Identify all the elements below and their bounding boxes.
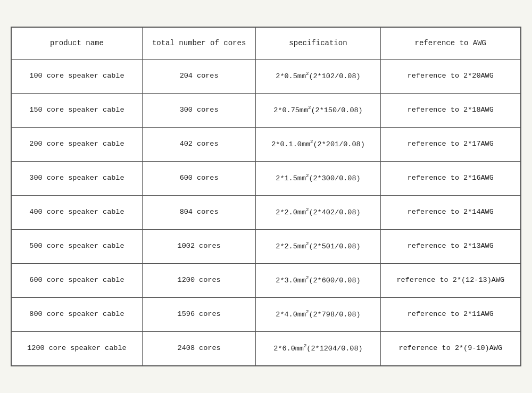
cell-specification: 2*2.5mm2(2*501/0.08) xyxy=(256,229,380,263)
table-row: 400 core speaker cable 804 cores 2*2.0mm… xyxy=(12,195,521,229)
header-specification: specification xyxy=(256,28,380,59)
table-row: 100 core speaker cable 204 cores 2*0.5mm… xyxy=(12,59,521,93)
table-row: 500 core speaker cable 1002 cores 2*2.5m… xyxy=(12,229,521,263)
table-row: 200 core speaker cable 402 cores 2*0.1.0… xyxy=(12,127,521,161)
table-row: 150 core speaker cable 300 cores 2*0.75m… xyxy=(12,93,521,127)
cell-awg: reference to 2*17AWG xyxy=(380,127,520,161)
speaker-cable-table: product name total number of cores speci… xyxy=(11,27,521,365)
cell-product-name: 150 core speaker cable xyxy=(12,93,143,127)
cell-specification: 2*4.0mm2(2*798/0.08) xyxy=(256,297,380,331)
cell-specification: 2*1.5mm2(2*300/0.08) xyxy=(256,161,380,195)
cell-total-cores: 804 cores xyxy=(142,195,256,229)
cell-specification: 2*0.5mm2(2*102/0.08) xyxy=(256,59,380,93)
table-row: 1200 core speaker cable 2408 cores 2*6.0… xyxy=(12,331,521,365)
cell-total-cores: 402 cores xyxy=(142,127,256,161)
cell-product-name: 600 core speaker cable xyxy=(12,263,143,297)
cell-awg: reference to 2*(9-10)AWG xyxy=(380,331,520,365)
cell-specification: 2*0.75mm2(2*150/0.08) xyxy=(256,93,380,127)
cell-specification: 2*3.0mm2(2*600/0.08) xyxy=(256,263,380,297)
main-table-container: product name total number of cores speci… xyxy=(11,27,521,366)
cell-awg: reference to 2*11AWG xyxy=(380,297,520,331)
cell-specification: 2*2.0mm2(2*402/0.08) xyxy=(256,195,380,229)
table-body: 100 core speaker cable 204 cores 2*0.5mm… xyxy=(12,59,521,365)
cell-product-name: 400 core speaker cable xyxy=(12,195,143,229)
cell-product-name: 1200 core speaker cable xyxy=(12,331,143,365)
cell-product-name: 100 core speaker cable xyxy=(12,59,143,93)
cell-product-name: 200 core speaker cable xyxy=(12,127,143,161)
cell-total-cores: 1002 cores xyxy=(142,229,256,263)
cell-specification: 2*6.0mm2(2*1204/0.08) xyxy=(256,331,380,365)
cell-awg: reference to 2*20AWG xyxy=(380,59,520,93)
cell-product-name: 500 core speaker cable xyxy=(12,229,143,263)
cell-total-cores: 204 cores xyxy=(142,59,256,93)
table-row: 300 core speaker cable 600 cores 2*1.5mm… xyxy=(12,161,521,195)
table-row: 800 core speaker cable 1596 cores 2*4.0m… xyxy=(12,297,521,331)
cell-total-cores: 600 cores xyxy=(142,161,256,195)
cell-total-cores: 300 cores xyxy=(142,93,256,127)
cell-total-cores: 1596 cores xyxy=(142,297,256,331)
cell-awg: reference to 2*13AWG xyxy=(380,229,520,263)
cell-product-name: 800 core speaker cable xyxy=(12,297,143,331)
cell-awg: reference to 2*(12-13)AWG xyxy=(380,263,520,297)
cell-total-cores: 2408 cores xyxy=(142,331,256,365)
cell-specification: 2*0.1.0mm2(2*201/0.08) xyxy=(256,127,380,161)
cell-total-cores: 1200 cores xyxy=(142,263,256,297)
table-row: 600 core speaker cable 1200 cores 2*3.0m… xyxy=(12,263,521,297)
cell-awg: reference to 2*14AWG xyxy=(380,195,520,229)
cell-awg: reference to 2*16AWG xyxy=(380,161,520,195)
header-awg: reference to AWG xyxy=(380,28,520,59)
header-row: product name total number of cores speci… xyxy=(12,28,521,59)
header-total-cores: total number of cores xyxy=(142,28,256,59)
header-product-name: product name xyxy=(12,28,143,59)
cell-awg: reference to 2*18AWG xyxy=(380,93,520,127)
cell-product-name: 300 core speaker cable xyxy=(12,161,143,195)
